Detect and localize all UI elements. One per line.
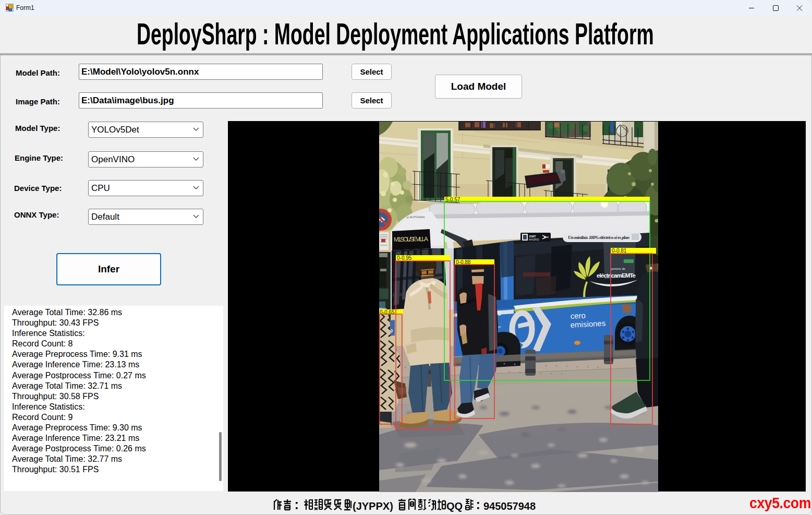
svg-text:QQ: QQ: [446, 500, 463, 512]
svg-text:0-0.81: 0-0.81: [612, 248, 627, 254]
svg-text:0-0.88: 0-0.88: [456, 259, 471, 265]
svg-text:(JYPPX): (JYPPX): [353, 500, 393, 512]
svg-text:MADRID: MADRID: [529, 238, 539, 241]
svg-text:puntos de: puntos de: [611, 267, 625, 271]
svg-text:emisiones: emisiones: [570, 318, 605, 329]
svg-text:0-0.65: 0-0.65: [380, 309, 395, 315]
svg-text:⊿ AUTOSAN: ⊿ AUTOSAN: [406, 215, 425, 219]
svg-text:cero: cero: [570, 310, 586, 320]
svg-text:Un minibús 100% eléctrico sí e: Un minibús 100% eléctrico sí es plan: [568, 235, 629, 240]
svg-text:eléctricamEMTe: eléctricamEMTe: [597, 272, 636, 279]
svg-text:0-0.95: 0-0.95: [397, 255, 412, 261]
svg-text:M1SOL/SEVILLA: M1SOL/SEVILLA: [394, 235, 428, 243]
svg-text:945057948: 945057948: [483, 500, 536, 512]
svg-text:5-0.57: 5-0.57: [445, 197, 460, 202]
